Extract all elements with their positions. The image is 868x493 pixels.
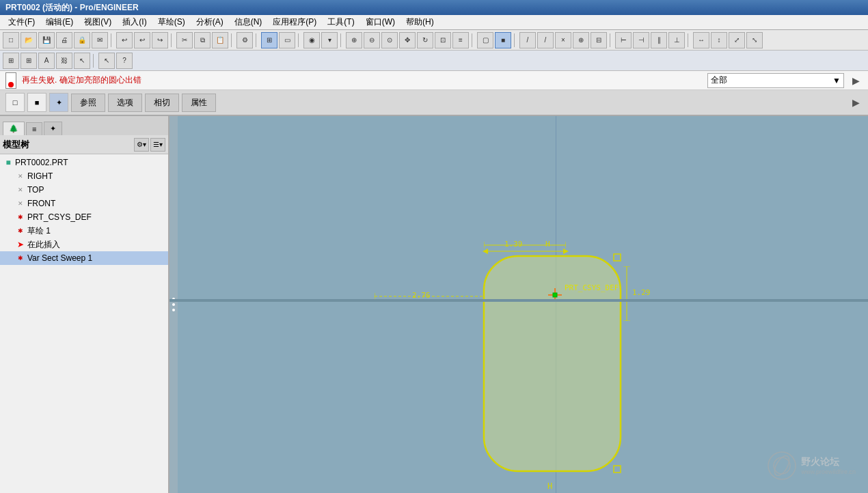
tb-zoom-fit[interactable]: ⊙ [381,32,398,48]
menu-info[interactable]: 信息(N) [229,15,268,29]
tree-item-insert[interactable]: ➤ 在此插入 [0,238,168,251]
tb2-snap2[interactable]: ⊞ [21,53,37,69]
tb-datum3[interactable]: × [555,32,571,48]
tb-undo[interactable]: ↩ [116,32,133,48]
tree-item-csys[interactable]: ✱ PRT_CSYS_DEF [0,210,168,224]
tb-datum1[interactable]: / [519,32,536,48]
tb-constraint1[interactable]: ⊢ [615,32,632,48]
tb-transform2[interactable]: ↕ [711,32,727,48]
dashboard-expand-arrow[interactable]: ▶ [850,97,863,108]
menu-applications[interactable]: 应用程序(P) [267,15,322,29]
tb-normal[interactable]: ⊡ [435,32,451,48]
tb-datum4[interactable]: ⊕ [573,32,589,48]
menu-sketch[interactable]: 草绘(S) [152,15,191,29]
panel-tab-star[interactable]: ✦ [44,122,62,135]
tree-item-sketch1[interactable]: ✱ 草绘 1 [0,224,168,238]
tb-redo[interactable]: ↪ [152,32,168,48]
tb-paste[interactable]: 📋 [212,32,228,48]
tree-menu-btn[interactable]: ☰▾ [150,138,165,152]
tree-settings-btn[interactable]: ⚙▾ [134,138,149,152]
tab-tangent[interactable]: 相切 [145,94,179,112]
left-handle [169,116,178,493]
svg-rect-5 [553,293,557,297]
tb-copy[interactable]: ⧉ [194,32,211,48]
tb2-chain[interactable]: ⛓ [56,53,72,69]
menu-tools[interactable]: 工具(T) [322,15,360,29]
tb-regen[interactable]: ⚙ [236,32,253,48]
menu-file[interactable]: 文件(F) [3,15,40,29]
tb-new[interactable]: □ [3,32,19,48]
tb2-snap[interactable]: ⊞ [3,53,19,69]
tree-label-front: FRONT [27,199,55,208]
filter-dropdown[interactable]: 全部 ▼ [707,73,844,88]
sep8 [514,33,517,47]
tb-open[interactable]: 📂 [21,32,37,48]
toolbar-row-2: ⊞ ⊞ A ⛓ ↖ ↖ ? [0,51,868,71]
tb-datum2[interactable]: / [537,32,554,48]
tb-sketch-mode[interactable]: ⊞ [261,32,277,48]
dash-star-btn[interactable]: ✦ [49,93,68,112]
tb-lock[interactable]: 🔒 [74,32,90,48]
menu-insert[interactable]: 插入(I) [117,15,152,29]
tb-pan[interactable]: ✥ [399,32,416,48]
sep2 [171,33,174,47]
tb-transform4[interactable]: ⤡ [746,32,763,48]
canvas-viewport[interactable]: 1.39 H 1.29 2.76 H PRT_CSYS_DEF [169,116,868,493]
dash-sq-btn[interactable]: ■ [27,93,46,112]
tb2-text[interactable]: A [38,53,55,69]
tab-reference[interactable]: 参照 [71,94,105,112]
panel-tab-modeltree[interactable]: 🌲 [3,122,25,135]
tree-item-prt[interactable]: ■ PRT0002.PRT [0,156,168,169]
menu-window[interactable]: 窗口(W) [360,15,401,29]
menu-analysis[interactable]: 分析(A) [191,15,229,29]
tb2-help[interactable]: ? [116,53,133,69]
tree-label-prt: PRT0002.PRT [15,158,68,167]
tb-cut[interactable]: ✂ [176,32,193,48]
tb-undo2[interactable]: ↩ [134,32,150,48]
tb2-arrow[interactable]: ↖ [74,53,90,69]
tb2-sel[interactable]: ↖ [98,53,115,69]
svg-marker-15 [483,249,488,254]
filter-dropdown-arrow[interactable]: ▼ [832,76,841,85]
tb-save[interactable]: 💾 [38,32,55,48]
canvas-h-splitter[interactable] [169,299,868,302]
nav-right-arrow[interactable]: ▶ [850,75,863,86]
watermark-text: 野火论坛 www.proewildfire.cn [801,456,856,475]
tb-drop[interactable]: ▾ [321,32,338,48]
tb-constraint2[interactable]: ⊣ [633,32,649,48]
handle-dot-3 [172,309,175,311]
menu-edit[interactable]: 编辑(E) [40,15,79,29]
tb-wire[interactable]: ▢ [477,32,493,48]
tb-zoom-in[interactable]: ⊕ [346,32,362,48]
handle-dot-2 [172,303,175,306]
panel-tabs: 🌲 ≡ ✦ [0,116,168,135]
svg-point-17 [768,452,796,479]
tb-zoom-out[interactable]: ⊖ [364,32,380,48]
tb-rect[interactable]: ▭ [279,32,295,48]
tb-transform1[interactable]: ↔ [693,32,709,48]
tab-options[interactable]: 选项 [108,94,142,112]
model-tree-header: 模型树 ⚙▾ ☰▾ [0,135,168,154]
tb-email[interactable]: ✉ [92,32,108,48]
tb-constraint3[interactable]: ∥ [651,32,667,48]
tb-datum5[interactable]: ⊟ [591,32,607,48]
tb-transform3[interactable]: ⤢ [729,32,745,48]
tb-rotate[interactable]: ↻ [417,32,433,48]
tb-print[interactable]: 🖨 [56,32,72,48]
tb-layer[interactable]: ≡ [452,32,469,48]
tree-item-right[interactable]: ✕ RIGHT [0,169,168,183]
tb-circle[interactable]: ◉ [303,32,320,48]
menu-view[interactable]: 视图(V) [79,15,117,29]
part-icon: ■ [3,157,14,168]
tree-item-sweep[interactable]: ✱ Var Sect Sweep 1 [0,251,168,265]
panel-tab-layer[interactable]: ≡ [26,122,42,135]
sep1 [111,33,113,47]
menu-help[interactable]: 帮助(H) [401,15,439,29]
dash-rect-btn[interactable]: □ [5,93,25,112]
tree-label-right: RIGHT [27,171,53,181]
tree-item-front[interactable]: ✕ FRONT [0,197,168,210]
tb-shade[interactable]: ■ [495,32,511,48]
tree-item-top[interactable]: ✕ TOP [0,183,168,197]
tb-constraint4[interactable]: ⊥ [668,32,685,48]
tab-properties[interactable]: 属性 [182,94,216,112]
